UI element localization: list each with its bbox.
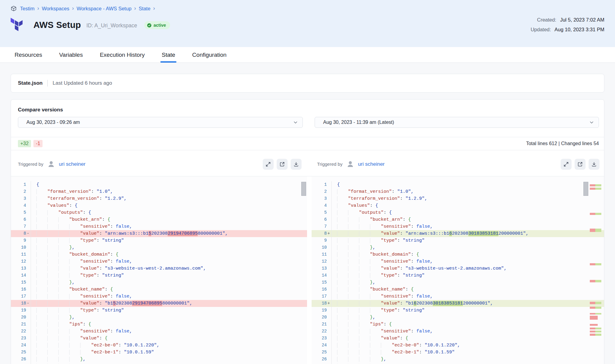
code-text: "values": { bbox=[31, 202, 307, 209]
code-text: "value": "b1620230830183853181200000001"… bbox=[332, 300, 604, 307]
tab-execution-history[interactable]: Execution History bbox=[100, 47, 145, 63]
code-line: 4 "values": { bbox=[11, 202, 307, 209]
code-text: "sensitive": false, bbox=[31, 293, 307, 300]
token bbox=[36, 259, 80, 264]
line-gutter: 3 bbox=[11, 195, 31, 202]
line-number: 15 bbox=[11, 279, 27, 286]
tab-resources[interactable]: Resources bbox=[15, 47, 42, 63]
right-version-value: Aug 30, 2023 - 11:39 am (Latest) bbox=[323, 120, 589, 125]
token: : bbox=[91, 189, 97, 194]
expand-button[interactable] bbox=[561, 159, 572, 170]
token: : bbox=[110, 329, 116, 334]
token: , bbox=[203, 266, 206, 271]
main-content: State.json Last Updated 6 hours ago Comp… bbox=[0, 63, 615, 364]
token bbox=[36, 322, 69, 327]
open-external-button[interactable] bbox=[575, 159, 586, 170]
diff-sign bbox=[27, 307, 31, 314]
breadcrumb-link-workspaces[interactable]: Workspaces bbox=[42, 6, 69, 12]
code-line: 24 "ec2-be-0": "10.0.1.220", bbox=[312, 342, 604, 349]
token: "ec2-be-0" bbox=[91, 343, 118, 348]
left-version-select[interactable]: Aug 30, 2023 - 09:26 am bbox=[18, 117, 303, 128]
token: : bbox=[97, 308, 102, 313]
token bbox=[337, 343, 392, 348]
line-gutter: 6 bbox=[312, 216, 332, 223]
added-marker bbox=[595, 263, 601, 265]
line-number: 24 bbox=[11, 342, 27, 349]
code-line: 18+ "value": "b1620230830183853181200000… bbox=[312, 300, 604, 307]
diff-sign bbox=[27, 349, 31, 356]
diff-marker bbox=[590, 213, 602, 215]
download-button[interactable] bbox=[291, 159, 302, 170]
token: } bbox=[69, 280, 72, 285]
tab-state[interactable]: State bbox=[162, 47, 175, 63]
token: , bbox=[430, 294, 433, 299]
line-number: 17 bbox=[11, 293, 27, 300]
diff-overview-ruler[interactable] bbox=[590, 176, 602, 364]
code-line: 17 "sensitive": false, bbox=[312, 293, 604, 300]
token bbox=[36, 217, 69, 222]
line-number: 25 bbox=[312, 349, 327, 356]
diff-sign bbox=[327, 244, 331, 251]
tab-variables[interactable]: Variables bbox=[59, 47, 83, 63]
download-button[interactable] bbox=[589, 159, 600, 170]
token: "1.0" bbox=[97, 189, 110, 194]
token: "10.0.1.220" bbox=[124, 343, 157, 348]
chevron-down-icon bbox=[589, 120, 594, 125]
code-line: 1{ bbox=[11, 181, 307, 188]
code-text: "bucket_arn": { bbox=[31, 216, 307, 223]
line-gutter: 1 bbox=[11, 181, 31, 188]
breadcrumb-link-workspace-aws-setup[interactable]: Workspace - AWS Setup bbox=[77, 6, 132, 12]
token: , bbox=[72, 280, 75, 285]
token bbox=[36, 308, 80, 313]
token: : bbox=[400, 231, 405, 236]
triggered-by-right: Triggered by uri scheiner bbox=[312, 150, 604, 176]
token bbox=[337, 308, 381, 313]
token bbox=[337, 189, 348, 194]
diff-marker bbox=[590, 334, 602, 336]
line-gutter: 7 bbox=[312, 223, 332, 230]
token bbox=[337, 357, 381, 362]
code-line: 11 "bucket_domain": { bbox=[11, 251, 307, 258]
token: : bbox=[118, 350, 124, 355]
code-line: 13 "value": "s3-website-us-west-2.amazon… bbox=[312, 265, 604, 272]
scrollbar-thumb[interactable] bbox=[583, 182, 588, 196]
right-version-select[interactable]: Aug 30, 2023 - 11:39 am (Latest) bbox=[315, 117, 599, 128]
added-marker bbox=[595, 302, 601, 304]
user-link[interactable]: uri scheiner bbox=[358, 161, 385, 167]
status-badge: active bbox=[144, 21, 170, 29]
expand-button[interactable] bbox=[263, 159, 274, 170]
code-text: "value": "s3-website-us-west-2.amazonaws… bbox=[31, 265, 307, 272]
breadcrumb-link-testim[interactable]: Testim bbox=[20, 6, 35, 12]
diff-marker bbox=[590, 188, 602, 190]
code-line: 12 "sensitive": false, bbox=[312, 258, 604, 265]
check-circle-icon bbox=[147, 23, 152, 28]
token: { bbox=[411, 287, 414, 292]
diff-sign bbox=[327, 181, 331, 188]
avatar bbox=[346, 160, 354, 168]
code-text: "bucket_arn": { bbox=[332, 216, 604, 223]
line-number: 5 bbox=[11, 209, 27, 216]
code-text: "outputs": { bbox=[31, 209, 307, 216]
code-line: 18- "value": "b1520230829194706895800000… bbox=[11, 300, 307, 307]
token: "values" bbox=[348, 203, 370, 208]
user-link[interactable]: uri scheiner bbox=[59, 161, 86, 167]
code-line: 15 }, bbox=[312, 279, 604, 286]
diff-sign bbox=[27, 188, 31, 195]
token: , bbox=[526, 231, 528, 236]
token: "1.2.9" bbox=[405, 196, 425, 201]
triggered-by-label: Triggered by bbox=[18, 162, 43, 167]
open-external-button[interactable] bbox=[277, 159, 288, 170]
diff-marker bbox=[590, 184, 602, 186]
line-number: 16 bbox=[312, 286, 327, 293]
code-text: "sensitive": false, bbox=[332, 223, 604, 230]
token: false bbox=[416, 294, 430, 299]
diff-sign bbox=[327, 188, 331, 195]
token: "sensitive" bbox=[381, 294, 411, 299]
added-marker bbox=[595, 307, 601, 309]
line-gutter: 13 bbox=[11, 265, 31, 272]
tab-configuration[interactable]: Configuration bbox=[192, 47, 227, 63]
diff-sign bbox=[27, 342, 31, 349]
token bbox=[337, 350, 392, 355]
scrollbar-thumb[interactable] bbox=[301, 182, 306, 196]
breadcrumb-link-state[interactable]: State bbox=[139, 6, 151, 12]
